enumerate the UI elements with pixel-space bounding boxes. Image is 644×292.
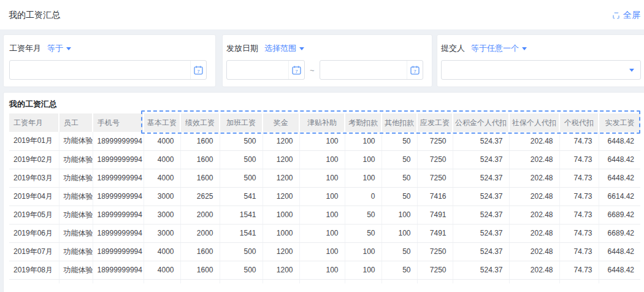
cell — [263, 279, 299, 283]
chevron-down-icon — [522, 47, 527, 50]
cell: 524.37 — [453, 150, 509, 169]
fullscreen-button[interactable]: 全屏 — [613, 9, 644, 21]
table-row[interactable]: 2019年06月功能体验1899999999430002000154110001… — [9, 224, 640, 242]
cell: 100 — [299, 169, 345, 187]
calendar-icon[interactable]: 7 — [288, 61, 304, 79]
chevron-down-icon — [66, 47, 71, 50]
cell: 1200 — [263, 132, 299, 150]
svg-text:7: 7 — [295, 68, 298, 74]
cell: 202.48 — [509, 132, 559, 150]
cell: 100 — [299, 150, 345, 169]
pay-date-end-input[interactable]: 7 — [320, 60, 423, 80]
table-row[interactable]: 2019年08月功能体验1899999999440001600500120010… — [9, 261, 640, 279]
column-header[interactable]: 基本工资 — [144, 113, 180, 132]
column-header[interactable]: 工资年月 — [9, 113, 59, 132]
cell: 0 — [345, 187, 381, 206]
chevron-down-icon — [299, 47, 304, 50]
cell — [9, 279, 59, 283]
table-section: 我的工资汇总 工资年月员工手机号基本工资绩效工资加班工资奖金津贴补助考勤扣款其他… — [3, 92, 644, 292]
column-header[interactable]: 绩效工资 — [180, 113, 220, 132]
column-header[interactable]: 其他扣款 — [381, 113, 417, 132]
table-row[interactable]: 2019年05月功能体验1899999999430002000154110001… — [9, 206, 640, 224]
column-header[interactable]: 社保个人代扣 — [509, 113, 559, 132]
cell: 100 — [299, 187, 345, 206]
table-row-partial — [9, 279, 640, 283]
pay-date-operator[interactable]: 选择范围 — [264, 43, 304, 54]
submitter-operator[interactable]: 等于任意一个 — [471, 43, 527, 54]
cell: 功能体验 — [59, 187, 93, 206]
cell: 524.37 — [453, 242, 509, 261]
calendar-icon[interactable]: 7 — [407, 61, 423, 79]
column-header[interactable]: 考勤扣款 — [345, 113, 381, 132]
cell: 4000 — [144, 132, 180, 150]
table-row[interactable]: 2019年04月功能体验1899999999430002625541120010… — [9, 187, 640, 206]
cell: 2019年01月 — [9, 132, 59, 150]
submitter-select[interactable] — [441, 60, 641, 80]
cell: 3000 — [144, 224, 180, 242]
column-header[interactable]: 奖金 — [263, 113, 299, 132]
cell: 1600 — [180, 150, 220, 169]
cell: 2000 — [180, 206, 220, 224]
calendar-icon[interactable]: 7 — [190, 61, 206, 79]
cell — [93, 279, 144, 283]
cell — [381, 279, 417, 283]
cell: 1000 — [263, 206, 299, 224]
cell: 100 — [299, 261, 345, 279]
cell: 50 — [381, 242, 417, 261]
cell: 18999999994 — [93, 206, 144, 224]
table-body: 2019年01月功能体验1899999999440001600500120010… — [9, 132, 640, 283]
cell: 1200 — [263, 187, 299, 206]
column-header[interactable]: 员工 — [59, 113, 93, 132]
salary-table: 工资年月员工手机号基本工资绩效工资加班工资奖金津贴补助考勤扣款其他扣款应发工资公… — [9, 113, 640, 283]
cell: 100 — [381, 224, 417, 242]
cell: 100 — [299, 206, 345, 224]
svg-text:7: 7 — [413, 68, 416, 74]
cell: 2625 — [180, 187, 220, 206]
column-header[interactable]: 津贴补助 — [299, 113, 345, 132]
pay-date-start-input[interactable]: 7 — [226, 60, 305, 80]
cell: 50 — [381, 150, 417, 169]
cell: 18999999994 — [93, 261, 144, 279]
cell: 202.48 — [509, 169, 559, 187]
cell: 202.48 — [509, 150, 559, 169]
cell: 7491 — [417, 224, 453, 242]
cell — [599, 279, 640, 283]
column-header[interactable]: 实发工资 — [599, 113, 640, 132]
cell: 2019年07月 — [9, 242, 59, 261]
cell: 100 — [345, 242, 381, 261]
table-header-row: 工资年月员工手机号基本工资绩效工资加班工资奖金津贴补助考勤扣款其他扣款应发工资公… — [9, 113, 640, 132]
cell: 100 — [299, 224, 345, 242]
cell: 74.73 — [559, 169, 599, 187]
table-row[interactable]: 2019年02月功能体验1899999999440001600500120010… — [9, 150, 640, 169]
cell — [559, 279, 599, 283]
salary-month-input[interactable]: 7 — [9, 60, 207, 80]
column-header[interactable]: 加班工资 — [220, 113, 263, 132]
table-row[interactable]: 2019年07月功能体验1899999999440001600500120010… — [9, 242, 640, 261]
column-header[interactable]: 应发工资 — [417, 113, 453, 132]
cell: 541 — [220, 187, 263, 206]
cell: 74.73 — [559, 187, 599, 206]
cell: 6614.42 — [599, 187, 640, 206]
table-row[interactable]: 2019年03月功能体验1899999999440001600500120010… — [9, 169, 640, 187]
cell: 18999999994 — [93, 242, 144, 261]
cell: 524.37 — [453, 261, 509, 279]
cell: 50 — [381, 261, 417, 279]
cell: 18999999994 — [93, 224, 144, 242]
cell: 202.48 — [509, 224, 559, 242]
cell — [144, 279, 180, 283]
cell: 6689.42 — [599, 206, 640, 224]
column-header[interactable]: 公积金个人代扣 — [453, 113, 509, 132]
cell — [417, 279, 453, 283]
fullscreen-label: 全屏 — [623, 10, 640, 21]
column-header[interactable]: 个税代扣 — [559, 113, 599, 132]
submitter-label: 提交人 — [441, 43, 465, 54]
cell: 1200 — [263, 261, 299, 279]
table-row[interactable]: 2019年01月功能体验1899999999440001600500120010… — [9, 132, 640, 150]
cell: 3000 — [144, 187, 180, 206]
cell: 4000 — [144, 150, 180, 169]
salary-month-operator[interactable]: 等于 — [47, 43, 71, 54]
column-header[interactable]: 手机号 — [93, 113, 144, 132]
cell: 500 — [220, 261, 263, 279]
cell: 74.73 — [559, 242, 599, 261]
page-header: 我的工资汇总 全屏 — [0, 0, 644, 29]
